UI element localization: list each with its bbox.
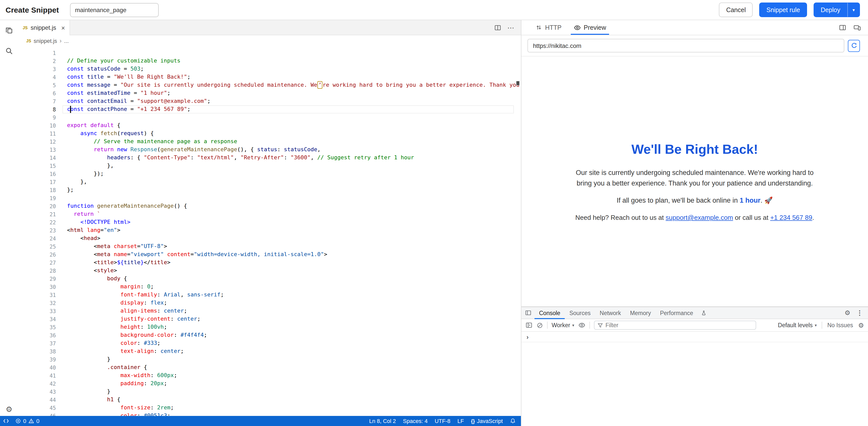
code-line-3[interactable]: 3const statusCode = 503; [18, 65, 521, 73]
code-line-36[interactable]: 36 background-color: #f4f4f4; [18, 331, 521, 339]
layout-columns-icon[interactable] [839, 24, 846, 31]
code-line-40[interactable]: 40 .container { [18, 364, 521, 372]
code-line-43[interactable]: 43 } [18, 388, 521, 396]
code-text: export default { [67, 121, 120, 130]
files-icon[interactable] [4, 26, 13, 35]
line-number: 39 [18, 356, 56, 364]
console-settings-gear-icon[interactable]: ⚙ [858, 322, 864, 329]
filter-funnel-icon [597, 322, 603, 328]
code-line-31[interactable]: 31 font-family: Arial, sans-serif; [18, 291, 521, 299]
devtools-tab-sources[interactable]: Sources [565, 307, 595, 319]
contact-email-link[interactable]: support@example.com [666, 214, 733, 221]
code-line-11[interactable]: 11 async fetch(request) { [18, 130, 521, 138]
url-input[interactable] [527, 39, 844, 52]
console-filter-input[interactable] [606, 322, 753, 328]
code-line-16[interactable]: 16 }); [18, 170, 521, 178]
encoding[interactable]: UTF-8 [435, 418, 451, 424]
code-line-42[interactable]: 42 padding: 20px; [18, 379, 521, 388]
line-number: 8 [18, 105, 56, 113]
code-line-22[interactable]: 22 <!DOCTYPE html> [18, 218, 521, 226]
code-line-17[interactable]: 17 }, [18, 178, 521, 186]
snippet-name-input[interactable] [70, 3, 159, 17]
devtools-tab-console[interactable]: Console [534, 307, 565, 319]
code-line-39[interactable]: 39 } [18, 356, 521, 364]
eol-sequence[interactable]: LF [458, 418, 464, 424]
code-line-4[interactable]: 4const title = "We'll Be Right Back!"; [18, 73, 521, 81]
code-line-10[interactable]: 10export default { [18, 121, 521, 130]
language-mode[interactable]: {} JavaScript [471, 418, 503, 424]
devices-icon[interactable] [854, 24, 861, 31]
code-editor[interactable]: 12// Define your customizable inputs3con… [18, 47, 521, 426]
console-input-row[interactable]: › [521, 332, 868, 342]
deploy-dropdown-button[interactable]: ▾ [847, 2, 860, 17]
code-line-28[interactable]: 28 <style> [18, 267, 521, 275]
code-line-12[interactable]: 12 // Serve the maintenance page as a re… [18, 138, 521, 146]
code-line-2[interactable]: 2// Define your customizable inputs [18, 57, 521, 65]
code-line-13[interactable]: 13 return new Response(generateMaintenan… [18, 146, 521, 154]
issues-counter[interactable]: No Issues [827, 322, 853, 328]
code-line-33[interactable]: 33 align-items: center; [18, 307, 521, 315]
cursor-position[interactable]: Ln 8, Col 2 [369, 418, 396, 424]
split-editor-icon[interactable] [494, 24, 501, 31]
contact-suffix: . [812, 214, 814, 221]
code-line-30[interactable]: 30 margin: 0; [18, 283, 521, 291]
close-icon[interactable]: × [61, 24, 65, 31]
breadcrumb-file[interactable]: snippet.js [34, 38, 57, 44]
deploy-button[interactable]: Deploy [814, 2, 847, 17]
problems-indicator[interactable]: 0 0 [15, 418, 39, 424]
breadcrumb-symbol[interactable]: ... [64, 38, 69, 44]
code-line-27[interactable]: 27 <title>${title}</title> [18, 259, 521, 267]
search-icon[interactable] [4, 47, 13, 55]
snippet-rule-button[interactable]: Snippet rule [760, 2, 807, 17]
code-line-23[interactable]: 23<html lang="en"> [18, 226, 521, 234]
console-sidebar-icon[interactable] [525, 322, 532, 329]
code-line-21[interactable]: 21 return ` [18, 210, 521, 218]
cancel-button[interactable]: Cancel [719, 2, 753, 17]
console-filter-box[interactable] [594, 321, 756, 330]
settings-gear-icon[interactable]: ⚙ [6, 405, 12, 413]
indentation[interactable]: Spaces: 4 [403, 418, 428, 424]
code-line-44[interactable]: 44 h1 { [18, 396, 521, 404]
code-line-24[interactable]: 24 <head> [18, 234, 521, 243]
code-line-29[interactable]: 29 body { [18, 275, 521, 283]
code-line-9[interactable]: 9 [18, 113, 521, 121]
experiment-flask-icon[interactable] [698, 307, 710, 319]
code-line-8[interactable]: 8const contactPhone = "+1 234 567 89"; [18, 105, 521, 113]
devtools-panel-icon[interactable] [521, 307, 534, 319]
execution-context-select[interactable]: Worker ▾ [552, 322, 574, 328]
remote-indicator-icon[interactable] [3, 418, 9, 424]
clear-console-icon[interactable] [536, 322, 543, 329]
code-line-14[interactable]: 14 headers: { "Content-Type": "text/html… [18, 154, 521, 162]
code-line-1[interactable]: 1 [18, 49, 521, 57]
notifications-bell-icon[interactable] [510, 418, 516, 424]
tab-http[interactable]: HTTP [529, 20, 567, 35]
log-levels-select[interactable]: Default levels ▾ [778, 322, 817, 328]
code-line-34[interactable]: 34 justify-content: center; [18, 315, 521, 323]
code-line-32[interactable]: 32 display: flex; [18, 299, 521, 307]
code-line-26[interactable]: 26 <meta name="viewport" content="width=… [18, 251, 521, 259]
code-line-38[interactable]: 38 text-align: center; [18, 347, 521, 356]
refresh-button[interactable] [848, 39, 860, 52]
devtools-tab-memory[interactable]: Memory [625, 307, 655, 319]
code-line-7[interactable]: 7const contactEmail = "support@example.c… [18, 97, 521, 105]
more-actions-icon[interactable]: ⋯ [507, 24, 515, 31]
code-line-25[interactable]: 25 <meta charset="UTF-8"> [18, 243, 521, 251]
devtools-menu-kebab-icon[interactable]: ⋮ [857, 309, 863, 317]
devtools-tab-performance[interactable]: Performance [655, 307, 698, 319]
code-line-19[interactable]: 19 [18, 194, 521, 202]
code-line-45[interactable]: 45 font-size: 2rem; [18, 404, 521, 412]
code-line-37[interactable]: 37 color: #333; [18, 339, 521, 347]
tab-preview[interactable]: Preview [567, 20, 612, 35]
tab-snippet-js[interactable]: JS snippet.js × [18, 20, 70, 35]
devtools-settings-gear-icon[interactable]: ⚙ [844, 310, 850, 316]
code-line-18[interactable]: 18}; [18, 186, 521, 194]
live-expression-eye-icon[interactable] [578, 322, 585, 329]
code-line-6[interactable]: 6const estimatedTime = "1 hour"; [18, 89, 521, 97]
code-line-15[interactable]: 15 }, [18, 162, 521, 170]
code-line-41[interactable]: 41 max-width: 600px; [18, 372, 521, 379]
code-line-5[interactable]: 5const message = "Our site is currently … [18, 81, 521, 89]
code-line-35[interactable]: 35 height: 100vh; [18, 323, 521, 331]
devtools-tab-network[interactable]: Network [595, 307, 625, 319]
code-line-20[interactable]: 20function generateMaintenancePage() { [18, 202, 521, 210]
contact-phone-link[interactable]: +1 234 567 89 [770, 214, 812, 221]
